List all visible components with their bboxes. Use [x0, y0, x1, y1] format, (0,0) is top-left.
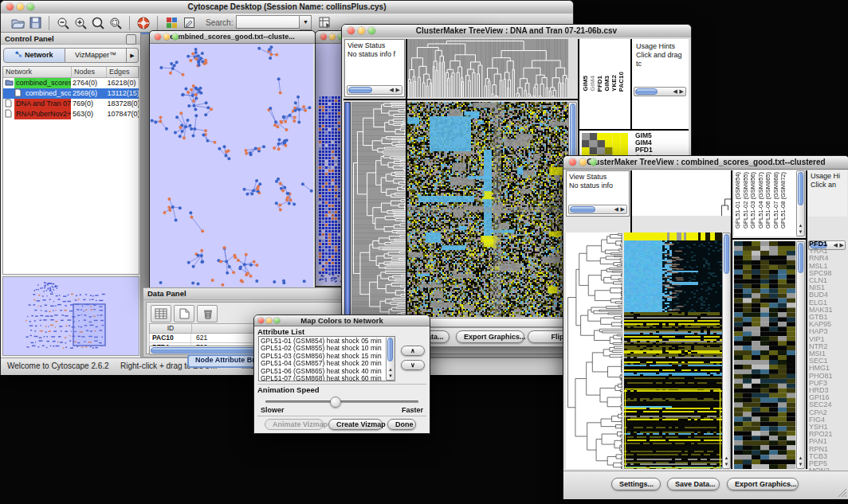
tv2-heatmap-vscrollbar[interactable]: ▲▼: [722, 232, 731, 469]
zoom-in-icon[interactable]: [72, 15, 89, 30]
network-overview-canvas[interactable]: [3, 277, 139, 355]
network-view-window[interactable]: combined_scores_good.txt--cluste...: [149, 30, 316, 291]
tv1-row-dendrogram[interactable]: [351, 102, 406, 317]
animate-vizmap-button[interactable]: Animate Vizmap: [265, 419, 324, 430]
tv2-zoom-heatmap[interactable]: [734, 241, 795, 469]
tv2-column-dendrogram[interactable]: [632, 170, 732, 216]
matrix-column-label: GPL51-02 (GSM855): [742, 172, 750, 229]
open-file-icon[interactable]: [9, 15, 26, 30]
treeview2-window[interactable]: ClusterMaker TreeView : combined_scores_…: [563, 155, 848, 499]
close-button[interactable]: [347, 27, 355, 34]
minimize-button[interactable]: [358, 27, 365, 34]
zoom-button[interactable]: [274, 318, 280, 323]
save-data-button[interactable]: Save Data...: [667, 478, 720, 490]
network-tree-row[interactable]: RNAPuberNov2+563(0)107847(0): [3, 109, 139, 119]
main-window-titlebar[interactable]: Cytoscape Desktop (Session Name: collins…: [1, 1, 573, 14]
minimize-button[interactable]: [329, 33, 336, 40]
tv2-row-dendrogram[interactable]: [566, 232, 622, 469]
done-button[interactable]: Done: [387, 419, 416, 430]
network-name-cell[interactable]: RNAPuberNov2+: [3, 109, 71, 119]
attribute-grid-icon[interactable]: [151, 305, 171, 322]
window-controls: [6, 3, 34, 10]
tv1-heatmap[interactable]: [407, 102, 568, 317]
tv1-column-dendrogram[interactable]: [407, 39, 568, 97]
zoom-region-icon[interactable]: [107, 15, 124, 30]
minimize-button[interactable]: [579, 158, 587, 166]
network-name-cell[interactable]: combined_sco: [3, 88, 71, 99]
zoom-button[interactable]: [368, 27, 375, 34]
tab-overflow-arrow[interactable]: ▶: [127, 48, 139, 63]
tv2-heatmap[interactable]: [624, 232, 722, 469]
dialog-title: Map Colors to Network: [300, 316, 383, 325]
close-button[interactable]: [320, 33, 327, 40]
tab-vizmapper[interactable]: VizMapper™: [65, 48, 127, 63]
tv1-usage-hints-panel: Usage HintsClick and drag tc: [634, 41, 687, 87]
network-window-titlebar[interactable]: combined_scores_good.txt--cluste...: [150, 31, 315, 44]
control-panel: Control Panel Network VizMapper™ ▶ Netwo…: [1, 33, 141, 357]
network-name-cell[interactable]: combined_scores: [3, 78, 71, 88]
close-button[interactable]: [569, 158, 576, 166]
file-icon: [5, 99, 14, 109]
new-attribute-icon[interactable]: [174, 305, 194, 322]
usage-hints-text: Click an: [811, 181, 836, 189]
zoom-fit-icon[interactable]: [89, 15, 107, 30]
vizmap-icon[interactable]: [163, 15, 180, 30]
tv1-column-labels: GIM5GIM4PFD1GIM3YKE2PAC10: [582, 42, 630, 92]
close-button[interactable]: [155, 33, 161, 40]
minimize-button[interactable]: [266, 318, 272, 323]
close-button[interactable]: [6, 3, 14, 10]
attribute-list-vscrollbar[interactable]: ▲▼: [386, 337, 395, 381]
delete-attribute-icon[interactable]: [197, 305, 218, 322]
tv2-status-hscrollbar[interactable]: ◀▶: [568, 205, 627, 214]
network-tree-row[interactable]: DNA and Tran 07769(0)183728(0): [3, 99, 139, 109]
move-down-button[interactable]: ∨: [401, 360, 425, 370]
network-view-canvas[interactable]: [150, 44, 313, 289]
tv1-hints-hscrollbar[interactable]: ◀▶: [634, 87, 686, 96]
tv2-collabel-vscrollbar[interactable]: ▲▼: [796, 170, 805, 236]
attribute-list[interactable]: GPL51-01 (GSM854) heat shock 05 minGPL51…: [258, 336, 395, 381]
move-up-button[interactable]: ∧: [401, 346, 425, 356]
column-header-edges[interactable]: Edges: [107, 67, 139, 77]
export-graphics-button[interactable]: Export Graphics...: [456, 330, 524, 343]
speed-slider-track[interactable]: [265, 400, 418, 403]
float-panel-icon[interactable]: [126, 34, 136, 45]
create-vizmap-button[interactable]: Create Vizmap: [328, 419, 383, 430]
treeview1-titlebar[interactable]: ClusterMaker TreeView : DNA and Tran 07-…: [342, 25, 691, 38]
speed-slider-thumb[interactable]: [330, 397, 341, 408]
attribute-list-item[interactable]: GPL51-07 (GSM868) heat shock 60 min: [261, 375, 393, 381]
matrix-column-label: GPL51-03 (GSM856): [749, 172, 757, 229]
export-graphics-button[interactable]: Export Graphics...: [727, 478, 799, 490]
map-colors-dialog[interactable]: Map Colors to Network Attribute List GPL…: [253, 315, 430, 434]
save-icon[interactable]: [26, 15, 44, 30]
close-button[interactable]: [258, 318, 264, 323]
minimize-button[interactable]: [17, 3, 24, 10]
tv1-global-vscrollbar[interactable]: [344, 102, 351, 317]
edges-cell: 183728(0): [105, 99, 139, 109]
attribute-table-icon[interactable]: [316, 15, 334, 30]
column-header-id[interactable]: ID: [150, 324, 192, 333]
resize-grip[interactable]: [838, 488, 847, 498]
network-tree-row[interactable]: combined_scores2764(0)16218(0): [3, 78, 139, 88]
network-overview-panel[interactable]: [2, 276, 139, 356]
column-header-nodes[interactable]: Nodes: [72, 67, 107, 77]
column-header-network[interactable]: Network: [3, 67, 72, 77]
settings-button[interactable]: Settings...: [611, 478, 661, 490]
tv2-zoom-vscrollbar[interactable]: ▲▼: [796, 241, 805, 469]
treeview2-titlebar[interactable]: ClusterMaker TreeView : combined_scores_…: [563, 156, 848, 170]
network-tree-row[interactable]: combined_sco2569(6)13112(15): [3, 88, 139, 99]
tv1-status-hscrollbar[interactable]: ◀▶: [347, 85, 402, 95]
dialog-titlebar[interactable]: Map Colors to Network: [254, 315, 430, 326]
search-dropdown-arrow[interactable]: ▼: [300, 15, 312, 30]
annotation-icon[interactable]: [180, 15, 198, 30]
zoom-button[interactable]: [27, 3, 34, 10]
network-name-cell[interactable]: DNA and Tran 07: [3, 99, 71, 109]
zoom-out-icon[interactable]: [54, 15, 72, 30]
search-input[interactable]: [236, 15, 300, 29]
zoom-button[interactable]: [590, 158, 597, 166]
help-icon[interactable]: [135, 15, 152, 30]
minimize-button[interactable]: [163, 33, 170, 40]
search-combobox[interactable]: ▼: [236, 15, 312, 30]
zoom-button[interactable]: [172, 33, 179, 40]
tab-network[interactable]: Network: [3, 48, 65, 63]
network-window-title: combined_scores_good.txt--cluste...: [170, 33, 295, 41]
